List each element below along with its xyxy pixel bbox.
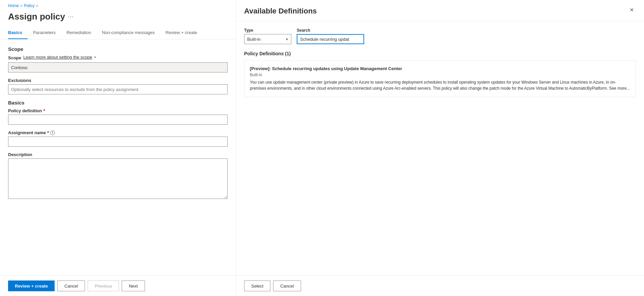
form-content: Scope Scope Learn more about setting the… — [0, 39, 236, 275]
breadcrumb: Home > Policy > — [0, 0, 236, 9]
exclusions-label: Exclusions — [8, 78, 228, 83]
policy-type-badge: Built-in — [250, 72, 630, 77]
search-input[interactable] — [297, 34, 364, 44]
scope-section: Scope Scope Learn more about setting the… — [8, 46, 228, 72]
description-textarea[interactable] — [8, 158, 228, 199]
breadcrumb-policy[interactable]: Policy — [24, 3, 34, 8]
scope-required: * — [94, 55, 96, 60]
panel-select-button[interactable]: Select — [244, 280, 270, 291]
policy-definition-group: Policy definition * — [8, 108, 228, 125]
filter-row: Type Built-in Custom Static ▼ Search — [244, 28, 636, 44]
panel-title: Available Definitions — [244, 7, 317, 16]
basics-section: Basics Policy definition * Assignment na… — [8, 100, 228, 200]
previous-button: Previous — [88, 280, 119, 291]
exclusions-input[interactable] — [8, 84, 228, 94]
search-filter-label: Search — [297, 28, 364, 33]
bottom-bar: Review + create Cancel Previous Next — [0, 275, 236, 296]
assignment-name-group: Assignment name * i — [8, 130, 228, 147]
cancel-button[interactable]: Cancel — [57, 280, 85, 291]
results-title: Policy Definitions (1) — [244, 51, 636, 56]
policy-definition-label-row: Policy definition * — [8, 108, 228, 113]
panel-close-button[interactable]: ✕ — [627, 7, 636, 13]
breadcrumb-sep2: > — [36, 4, 38, 8]
policy-description: You can use update management center (pr… — [250, 79, 630, 91]
breadcrumb-home[interactable]: Home — [8, 3, 19, 8]
tab-parameters[interactable]: Parameters — [28, 27, 61, 39]
type-select-wrapper: Built-in Custom Static ▼ — [244, 34, 291, 44]
policy-card[interactable]: [Preview]: Schedule recurring updates us… — [244, 60, 636, 97]
tab-basics[interactable]: Basics — [8, 27, 28, 39]
breadcrumb-sep1: > — [20, 4, 22, 8]
description-group: Description — [8, 152, 228, 200]
left-panel: Home > Policy > Assign policy ··· Basics… — [0, 0, 236, 296]
exclusions-group: Exclusions — [8, 78, 228, 94]
more-options-icon[interactable]: ··· — [68, 13, 74, 20]
description-label: Description — [8, 152, 228, 157]
tab-remediation[interactable]: Remediation — [61, 27, 96, 39]
policy-def-required: * — [43, 108, 45, 113]
assignment-required: * — [47, 130, 49, 135]
scope-label-row: Scope Learn more about setting the scope… — [8, 55, 228, 61]
type-filter-group: Type Built-in Custom Static ▼ — [244, 28, 291, 44]
next-button[interactable]: Next — [122, 280, 145, 291]
search-filter-group: Search — [297, 28, 364, 44]
policy-definition-input[interactable] — [8, 115, 228, 125]
assignment-name-info-icon[interactable]: i — [50, 130, 55, 135]
tab-review-create[interactable]: Review + create — [160, 27, 203, 39]
scope-input[interactable] — [8, 62, 228, 72]
page-title: Assign policy — [8, 11, 65, 22]
scope-section-title: Scope — [8, 46, 228, 52]
type-filter-label: Type — [244, 28, 291, 33]
panel-cancel-button[interactable]: Cancel — [273, 280, 301, 291]
panel-footer: Select Cancel — [236, 275, 644, 296]
scope-learn-more-link[interactable]: Learn more about setting the scope — [23, 55, 92, 60]
scope-label: Scope — [8, 55, 21, 60]
tab-non-compliance[interactable]: Non-compliance messages — [96, 27, 160, 39]
right-panel: Available Definitions ✕ Type Built-in Cu… — [236, 0, 644, 296]
page-title-row: Assign policy ··· — [0, 9, 236, 27]
assignment-name-label-row: Assignment name * i — [8, 130, 228, 135]
basics-section-title: Basics — [8, 100, 228, 106]
tabs-row: Basics Parameters Remediation Non-compli… — [0, 27, 236, 39]
assignment-name-input[interactable] — [8, 137, 228, 147]
type-select[interactable]: Built-in Custom Static — [244, 34, 291, 44]
panel-header: Available Definitions ✕ — [236, 0, 644, 21]
panel-body: Type Built-in Custom Static ▼ Search Pol… — [236, 21, 644, 275]
review-create-button[interactable]: Review + create — [8, 280, 55, 291]
policy-name: [Preview]: Schedule recurring updates us… — [250, 66, 630, 71]
